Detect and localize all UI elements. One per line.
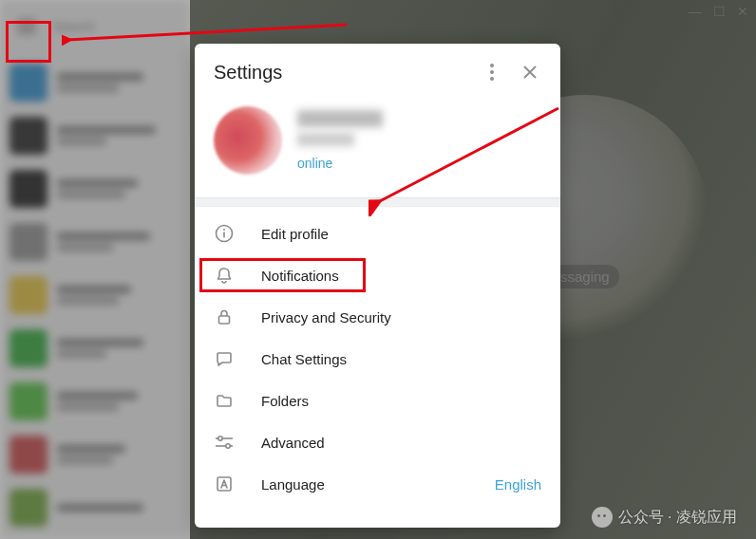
annotation-box-hamburger: [6, 21, 51, 63]
settings-title: Settings: [214, 62, 465, 84]
menu-label: Chat Settings: [261, 351, 541, 367]
chat-icon: [214, 348, 235, 369]
sliders-icon: [214, 432, 235, 453]
menu-item-language[interactable]: Language English: [195, 463, 560, 505]
settings-header: Settings: [195, 44, 560, 97]
menu-item-chat-settings[interactable]: Chat Settings: [195, 338, 560, 380]
svg-rect-6: [219, 316, 230, 324]
profile-name: [297, 110, 383, 127]
menu-label: Advanced: [261, 435, 541, 451]
watermark-text: 公众号 · 凌锐应用: [618, 508, 737, 528]
wechat-icon: [592, 507, 613, 528]
avatar: [214, 106, 282, 175]
close-icon[interactable]: [519, 61, 541, 84]
settings-menu: Edit profile Notifications Privacy and S…: [195, 207, 560, 511]
lock-icon: [214, 307, 235, 327]
more-icon[interactable]: [481, 61, 503, 84]
svg-point-8: [218, 437, 222, 440]
menu-label: Privacy and Security: [261, 309, 541, 325]
svg-point-0: [490, 64, 494, 67]
svg-point-4: [223, 229, 225, 231]
menu-item-notifications[interactable]: Notifications: [195, 254, 560, 296]
menu-label: Language: [261, 476, 468, 493]
minimize-icon[interactable]: —: [689, 4, 702, 19]
menu-item-edit-profile[interactable]: Edit profile: [195, 213, 560, 254]
info-icon: [214, 223, 235, 244]
watermark: 公众号 · 凌锐应用: [592, 507, 737, 528]
folder-icon: [214, 390, 235, 411]
menu-label: Edit profile: [261, 226, 541, 242]
window-controls: — ☐ ✕: [689, 4, 748, 19]
language-icon: [214, 474, 235, 494]
settings-panel: Settings online Edit profile: [195, 44, 560, 528]
menu-item-folders[interactable]: Folders: [195, 380, 560, 421]
profile-section[interactable]: online: [195, 97, 560, 197]
close-window-icon[interactable]: ✕: [737, 4, 748, 19]
svg-point-10: [226, 444, 230, 448]
app-root: Search ssaging Settings: [0, 0, 756, 539]
maximize-icon[interactable]: ☐: [713, 4, 726, 19]
svg-point-1: [490, 70, 494, 74]
menu-label: Notifications: [261, 268, 541, 284]
profile-subline: [297, 133, 354, 146]
section-divider: [195, 197, 560, 207]
svg-rect-5: [223, 232, 225, 238]
menu-item-advanced[interactable]: Advanced: [195, 421, 560, 463]
svg-rect-11: [217, 477, 231, 491]
profile-info: online: [297, 110, 541, 171]
bell-icon: [214, 265, 235, 286]
language-value: English: [495, 476, 541, 493]
svg-point-2: [490, 77, 494, 81]
menu-item-privacy[interactable]: Privacy and Security: [195, 296, 560, 338]
profile-status: online: [297, 156, 541, 171]
menu-label: Folders: [261, 393, 541, 409]
